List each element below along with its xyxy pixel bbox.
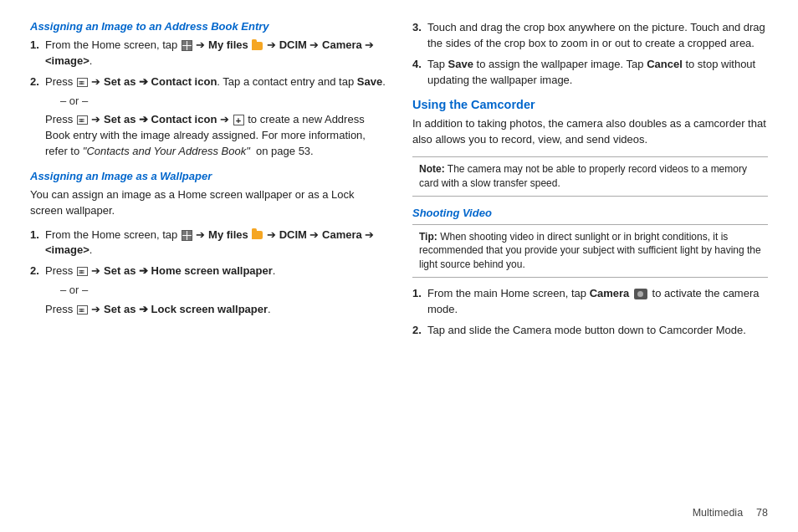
list-num: 2.: [30, 263, 45, 318]
footer-page: 78: [756, 507, 768, 519]
bold-text: Save: [448, 58, 473, 70]
two-column-layout: Assigning an Image to an Address Book En…: [30, 20, 768, 500]
italic-ref: "Contacts and Your Address Book": [83, 145, 250, 157]
bold-text: Set as ➔ Home screen wallpaper: [104, 264, 273, 277]
plus-icon: +: [233, 115, 244, 125]
page-footer: Multimedia 78: [30, 500, 768, 519]
camcorder-intro: In addition to taking photos, the camera…: [412, 116, 768, 148]
list-item: 1. From the Home screen, tap ➔ My files: [30, 228, 386, 259]
or-divider: – or –: [60, 94, 386, 110]
bold-text: DCIM: [279, 38, 307, 51]
note-box: Note: The camera may not be able to prop…: [412, 156, 768, 197]
tip-label: Tip:: [419, 231, 437, 243]
address-book-list: 1. From the Home screen, tap ➔ My files: [30, 38, 386, 160]
bold-text: Cancel: [647, 58, 683, 70]
list-num: 1.: [412, 286, 427, 318]
grid-icon: [182, 230, 192, 241]
note-label: Note:: [419, 163, 445, 175]
page-container: Assigning an Image to an Address Book En…: [0, 0, 798, 532]
section-wallpaper: Assigning an Image as a Wallpaper You ca…: [30, 170, 386, 318]
bold-text: Camera: [590, 287, 630, 299]
bold-text: Set as ➔ Contact icon: [104, 75, 217, 88]
section-shooting: Shooting Video Tip: When shooting video …: [412, 207, 768, 339]
note-text: The camera may not be able to properly r…: [419, 163, 747, 189]
menu-icon: ≡: [77, 267, 88, 276]
tip-box: Tip: When shooting video in direct sunli…: [412, 224, 768, 278]
right-column: 3. Touch and drag the crop box anywhere …: [412, 20, 768, 500]
list-content: Tap Save to assign the wallpaper image. …: [427, 57, 768, 89]
list-num: 1.: [30, 38, 45, 69]
list-item: 1. From the Home screen, tap ➔ My files: [30, 38, 386, 69]
tip-text: When shooting video in direct sunlight o…: [419, 231, 761, 271]
section-camcorder: Using the Camcorder In addition to takin…: [412, 98, 768, 196]
list-item: 1. From the main Home screen, tap Camera…: [412, 286, 768, 318]
folder-icon: [252, 231, 263, 239]
list-item: 2. Press ≡ ➔ Set as ➔ Contact icon. Tap …: [30, 74, 386, 160]
bold-text: DCIM: [279, 228, 307, 241]
folder-icon: [252, 42, 263, 50]
bold-text: Camera: [322, 38, 362, 51]
section-wallpaper-heading: Assigning an Image as a Wallpaper: [30, 170, 386, 182]
menu-icon: ≡: [77, 305, 88, 315]
bold-text: My files: [208, 38, 248, 51]
list-num: 2.: [412, 323, 427, 339]
list-item: 2. Tap and slide the Camera mode button …: [412, 323, 768, 339]
bold-text: Camera: [322, 228, 362, 241]
bold-text: Save: [357, 75, 382, 88]
section-address-book: Assigning an Image to an Address Book En…: [30, 20, 386, 160]
bold-text: <image>: [45, 54, 90, 67]
or-divider: – or –: [60, 283, 386, 299]
camcorder-heading: Using the Camcorder: [412, 98, 768, 111]
shooting-list: 1. From the main Home screen, tap Camera…: [412, 286, 768, 339]
bold-text: <image>: [45, 243, 90, 256]
bold-text: Set as ➔ Contact icon: [104, 113, 217, 125]
list-content: Press ≡ ➔ Set as ➔ Contact icon. Tap a c…: [45, 74, 386, 160]
list-content: Press ≡ ➔ Set as ➔ Home screen wallpaper…: [45, 263, 386, 318]
section-address-book-heading: Assigning an Image to an Address Book En…: [30, 20, 386, 33]
list-num: 3.: [412, 20, 427, 52]
left-column: Assigning an Image to an Address Book En…: [30, 20, 386, 500]
shooting-heading: Shooting Video: [412, 207, 768, 219]
list-num: 1.: [30, 228, 45, 259]
footer-section: Multimedia: [693, 507, 743, 519]
bold-text: My files: [208, 228, 248, 241]
list-num: 4.: [412, 57, 427, 89]
list-content: From the Home screen, tap ➔ My files: [45, 228, 386, 259]
continuation-list: 3. Touch and drag the crop box anywhere …: [412, 20, 768, 88]
list-content: Touch and drag the crop box anywhere on …: [427, 20, 768, 52]
grid-icon: [182, 40, 192, 51]
bold-text: Set as ➔ Lock screen wallpaper: [104, 303, 268, 315]
list-item: 3. Touch and drag the crop box anywhere …: [412, 20, 768, 52]
menu-icon: ≡: [77, 78, 88, 87]
list-item: 4. Tap Save to assign the wallpaper imag…: [412, 57, 768, 89]
list-content: From the Home screen, tap ➔ My files: [45, 38, 386, 69]
menu-icon: ≡: [77, 115, 88, 125]
list-num: 2.: [30, 74, 45, 160]
camera-icon: [634, 289, 647, 299]
list-content: From the main Home screen, tap Camera to…: [427, 286, 768, 318]
wallpaper-list: 1. From the Home screen, tap ➔ My files: [30, 228, 386, 318]
list-content: Tap and slide the Camera mode button dow…: [427, 323, 768, 339]
list-item: 2. Press ≡ ➔ Set as ➔ Home screen wallpa…: [30, 263, 386, 318]
wallpaper-intro: You can assign an image as a Home screen…: [30, 187, 386, 219]
